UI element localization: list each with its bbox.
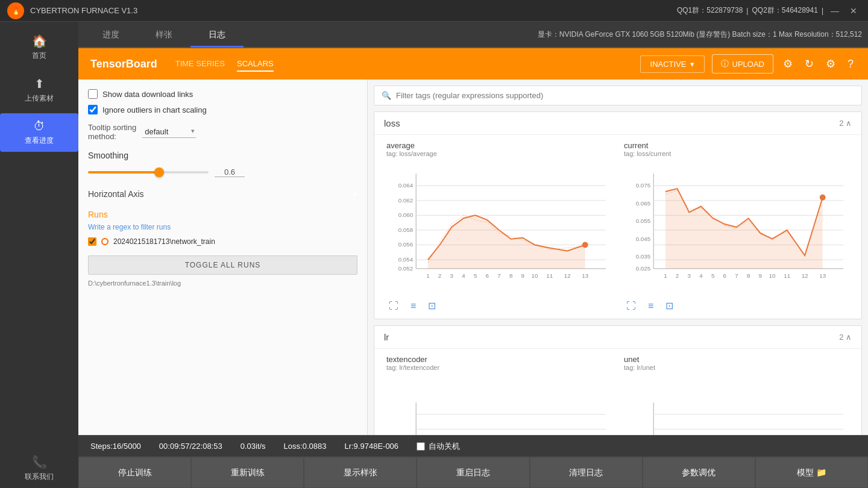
lr-textencoder-title: textencoder (386, 355, 612, 364)
svg-text:13: 13 (819, 272, 826, 279)
tooltip-dropdown[interactable]: default descending ascending (142, 126, 196, 138)
svg-text:0.045: 0.045 (636, 236, 651, 242)
svg-text:10: 10 (769, 272, 776, 279)
stop-button[interactable]: 停止训练 (78, 457, 191, 488)
sidebar-contact-label: 联系我们 (25, 472, 54, 482)
tensorboard-nav: TIME SERIES SCALARS (175, 57, 274, 72)
sidebar-item-progress[interactable]: ⏱ 查看进度 (0, 113, 78, 152)
slider-row (88, 167, 357, 177)
restart-button[interactable]: 重新训练 (191, 457, 304, 488)
svg-text:0.035: 0.035 (636, 253, 651, 260)
toggle-all-runs-button[interactable]: TOGGLE ALL RUNS (88, 255, 357, 275)
sidebar-item-home[interactable]: 🏠 首页 (0, 28, 78, 67)
qq2-label: QQ2群：546428941 (752, 5, 817, 16)
lr-section-count[interactable]: 2 ∧ (839, 333, 852, 342)
svg-text:8: 8 (747, 272, 750, 279)
loss-average-data-button[interactable]: ≡ (408, 299, 418, 313)
auto-stop-label: 自动关机 (429, 441, 460, 452)
clean-log-button[interactable]: 清理日志 (530, 457, 643, 488)
nav-scalars[interactable]: SCALARS (237, 57, 274, 72)
tabs-bar: 进度 样张 日志 显卡：NVIDIA GeForce GTX 1060 5GB … (78, 22, 868, 48)
horizontal-axis-row[interactable]: Horizontal Axis ▾ (88, 187, 357, 201)
ignore-outliers-row: Ignore outliers in chart scaling (88, 105, 357, 114)
status-time: 00:09:57/22:08:53 (159, 442, 222, 451)
settings-button[interactable]: ⚙ (823, 55, 838, 73)
svg-text:4: 4 (462, 272, 465, 279)
svg-text:9: 9 (521, 272, 524, 279)
show-data-checkbox[interactable] (88, 89, 98, 99)
close-button[interactable]: ✕ (846, 6, 861, 16)
minimize-button[interactable]: — (827, 6, 843, 16)
sidebar-item-contact[interactable]: 📞 联系我们 (0, 449, 78, 488)
lr-section: lr 2 ∧ textencoder tag: lr/textencoder (374, 325, 862, 435)
settings-dark-button[interactable]: ⚙ (781, 55, 795, 73)
lr-unet-tag: tag: lr/unet (624, 364, 849, 371)
tooltip-sorting-row: Tooltip sortingmethod: default descendin… (88, 123, 357, 141)
svg-text:0.065: 0.065 (636, 200, 651, 207)
tab-samples[interactable]: 样张 (137, 21, 190, 48)
svg-text:12: 12 (564, 272, 571, 279)
lr-section-header: lr 2 ∧ (374, 326, 861, 349)
loss-average-controls: ⛶ ≡ ⊡ (386, 299, 612, 313)
loss-current-data-button[interactable]: ≡ (646, 299, 656, 313)
sidebar-upload-label: 上传素材 (25, 93, 54, 104)
svg-text:13: 13 (582, 272, 588, 279)
svg-text:2: 2 (676, 272, 679, 279)
sidebar-item-upload[interactable]: ⬆ 上传素材 (0, 70, 78, 110)
runs-path: D:\cybertronfurnace1.3\train\log (88, 280, 357, 287)
smoothing-section: Smoothing (88, 151, 357, 177)
model-button[interactable]: 模型 📁 (755, 457, 868, 488)
loss-average-expand-button[interactable]: ⛶ (386, 299, 401, 313)
main-body: Show data download links Ignore outliers… (78, 80, 868, 435)
smoothing-slider[interactable] (88, 171, 209, 174)
loss-current-zoom-button[interactable]: ⊡ (663, 299, 676, 313)
svg-text:12: 12 (802, 272, 808, 279)
inactive-button[interactable]: INACTIVE ▾ (640, 55, 705, 73)
lr-textencoder-svg (386, 375, 612, 435)
status-speed: 0.03it/s (241, 442, 266, 451)
lr-unet-svg (624, 375, 849, 435)
lr-unet-title: unet (624, 355, 849, 364)
loss-average-tag: tag: loss/average (386, 150, 612, 157)
loss-section-count[interactable]: 2 ∧ (839, 119, 852, 128)
loss-current-tag: tag: loss/current (624, 150, 849, 157)
loss-average-chart: average tag: loss/average (380, 141, 618, 313)
params-button[interactable]: 参数调优 (643, 457, 755, 488)
svg-text:0.052: 0.052 (398, 265, 414, 272)
tab-log[interactable]: 日志 (190, 21, 244, 48)
tb-right-controls: INACTIVE ▾ ⓘ UPLOAD ⚙ ↻ ⚙ ? (640, 54, 856, 74)
refresh-button[interactable]: ↻ (802, 55, 816, 73)
bottom-buttons: 停止训练 重新训练 显示样张 重启日志 清理日志 参数调优 模型 📁 (78, 457, 868, 488)
tab-progress[interactable]: 进度 (84, 21, 137, 48)
loss-average-title: average (386, 141, 612, 150)
upload-icon: ⬆ (34, 77, 45, 91)
status-lr: Lr:9.9748E-006 (344, 442, 398, 451)
tabs-left: 进度 样张 日志 (84, 21, 244, 48)
restart-log-button[interactable]: 重启日志 (417, 457, 529, 488)
show-data-row: Show data download links (88, 89, 357, 99)
lr-charts-row: textencoder tag: lr/textencoder (374, 349, 861, 435)
show-samples-button[interactable]: 显示样张 (304, 457, 417, 488)
tooltip-dropdown-wrapper: default descending ascending (142, 126, 196, 138)
svg-text:7: 7 (735, 272, 738, 279)
loss-average-zoom-button[interactable]: ⊡ (426, 299, 438, 313)
upload-label: UPLOAD (732, 60, 764, 69)
ignore-outliers-checkbox[interactable] (88, 105, 98, 114)
top-right-info: QQ1群：522879738 | QQ2群：546428941 | — ✕ (677, 5, 861, 16)
svg-text:10: 10 (532, 272, 538, 279)
progress-icon: ⏱ (33, 119, 45, 133)
svg-text:0.060: 0.060 (398, 211, 414, 218)
lr-textencoder-chart: textencoder tag: lr/textencoder (380, 355, 618, 435)
filter-bar: 🔍 (374, 86, 862, 105)
filter-input[interactable] (396, 91, 854, 100)
smoothing-value-input[interactable] (215, 167, 245, 177)
loss-section: loss 2 ∧ average tag: loss/average (374, 111, 862, 319)
auto-stop-checkbox[interactable] (417, 442, 425, 451)
run-checkbox[interactable] (88, 237, 96, 246)
upload-button[interactable]: ⓘ UPLOAD (712, 54, 773, 74)
help-button[interactable]: ? (845, 55, 856, 73)
filter-runs-link[interactable]: Write a regex to filter runs (88, 223, 357, 231)
gpu-info: 显卡：NVIDIA GeForce GTX 1060 5GB 5120Mib (… (538, 30, 862, 40)
nav-timeseries[interactable]: TIME SERIES (175, 57, 225, 72)
loss-current-expand-button[interactable]: ⛶ (624, 299, 638, 313)
